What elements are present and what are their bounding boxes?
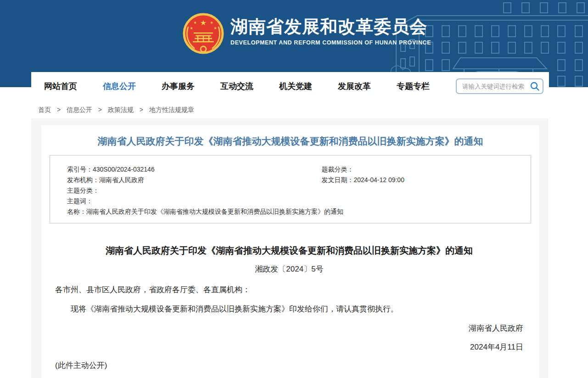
breadcrumb-info-disclosure[interactable]: 信息公开 (67, 106, 92, 113)
meta-keywords-label: 主题词： (67, 197, 93, 205)
content-container: 湖南省人民政府关于印发《湖南省推动大规模设备更新和消费品以旧换新实施方案》的通知… (31, 118, 548, 378)
meta-keywords: 主题词： (67, 196, 321, 206)
meta-date-label: 发文日期： (321, 176, 353, 183)
svg-text:★: ★ (210, 21, 213, 25)
site-subtitle: DEVELOPMENT AND REFORM COMMISSION OF HUN… (230, 39, 431, 46)
meta-topic-label: 主题分类： (67, 187, 99, 194)
nav-item-party-building[interactable]: 机关党建 (279, 81, 312, 92)
meta-empty-cell (321, 185, 521, 196)
article-signer: 湖南省人民政府 (55, 322, 523, 335)
document-metadata-box: 索引号：430S00/2024-032146 题裁分类： 发布机构：湖南省人民政… (50, 155, 531, 223)
nav-item-info-disclosure[interactable]: 信息公开 (103, 81, 136, 92)
search-input[interactable] (457, 83, 527, 90)
meta-genre: 题裁分类： (321, 164, 521, 175)
meta-index-label: 索引号： (67, 166, 93, 173)
search-button[interactable] (527, 79, 543, 93)
brand-text: 湖南省发展和改革委员会 DEVELOPMENT AND REFORM COMMI… (230, 13, 431, 46)
breadcrumb-separator: > (57, 106, 61, 113)
breadcrumb-policies[interactable]: 政策法规 (108, 106, 134, 113)
main-navigation: 网站首页 信息公开 办事服务 互动交流 机关党建 发展改革 专题专栏 (31, 72, 549, 100)
meta-publisher: 发布机构：湖南省人民政府 (67, 175, 321, 185)
meta-name-label: 名称： (67, 208, 86, 215)
document-card: 湖南省人民政府关于印发《湖南省推动大规模设备更新和消费品以旧换新实施方案》的通知… (41, 125, 539, 378)
nav-item-development-reform[interactable]: 发展改革 (338, 81, 371, 92)
meta-date-value: 2024-04-12 09:00 (353, 176, 404, 183)
page-title: 湖南省人民政府关于印发《湖南省推动大规模设备更新和消费品以旧换新实施方案》的通知 (41, 125, 539, 148)
breadcrumb-home[interactable]: 首页 (38, 106, 51, 113)
document-number: 湘政发〔2024〕5号 (55, 263, 523, 276)
meta-publisher-label: 发布机构： (67, 176, 99, 183)
meta-empty-cell (321, 196, 521, 206)
meta-name-value: 湖南省人民政府关于印发《湖南省推动大规模设备更新和消费品以旧换新实施方案》的通知 (86, 208, 343, 215)
svg-text:★: ★ (213, 26, 217, 30)
article-title: 湖南省人民政府关于印发《湖南省推动大规模设备更新和消费品以旧换新实施方案》的通知 (55, 244, 523, 257)
breadcrumb-separator: > (140, 106, 143, 113)
breadcrumb-separator: > (98, 106, 102, 113)
breadcrumb-local-regulations[interactable]: 地方性法规规章 (149, 106, 194, 113)
article-disclosure-note: (此件主动公开) (55, 359, 523, 372)
meta-index-value: 430S00/2024-032146 (93, 166, 155, 173)
site-brand: ★ ★ ★ ★ ★ 湖南省发展和改革委员会 DEVELOPMENT AND RE… (183, 13, 431, 54)
article-sign-date: 2024年4月11日 (55, 341, 523, 354)
nav-item-interaction[interactable]: 互动交流 (220, 81, 253, 92)
nav-item-special-columns[interactable]: 专题专栏 (397, 81, 430, 92)
meta-topic-category: 主题分类： (67, 185, 321, 196)
meta-genre-label: 题裁分类： (321, 166, 353, 173)
search-box (456, 78, 543, 94)
meta-document-name: 名称：湖南省人民政府关于印发《湖南省推动大规模设备更新和消费品以旧换新实施方案》… (67, 206, 521, 217)
svg-text:★: ★ (190, 26, 193, 30)
national-emblem-icon: ★ ★ ★ ★ ★ (183, 13, 224, 54)
nav-item-services[interactable]: 办事服务 (162, 81, 195, 92)
meta-index-number: 索引号：430S00/2024-032146 (67, 164, 321, 175)
nav-item-home[interactable]: 网站首页 (44, 81, 77, 92)
svg-text:★: ★ (200, 19, 207, 27)
search-icon (530, 81, 540, 91)
svg-text:★: ★ (193, 21, 196, 25)
article-body: 湖南省人民政府关于印发《湖南省推动大规模设备更新和消费品以旧换新实施方案》的通知… (41, 244, 539, 378)
breadcrumb: 首页 > 信息公开 > 政策法规 > 地方性法规规章 (38, 106, 194, 114)
meta-publisher-value: 湖南省人民政府 (99, 176, 144, 183)
article-salutation: 各市州、县市区人民政府，省政府各厅委、各直属机构： (55, 284, 523, 296)
article-paragraph: 现将《湖南省推动大规模设备更新和消费品以旧换新实施方案》印发给你们，请认真贯彻执… (55, 303, 523, 316)
site-title: 湖南省发展和改革委员会 (230, 17, 431, 37)
meta-publish-date: 发文日期：2024-04-12 09:00 (321, 175, 521, 185)
